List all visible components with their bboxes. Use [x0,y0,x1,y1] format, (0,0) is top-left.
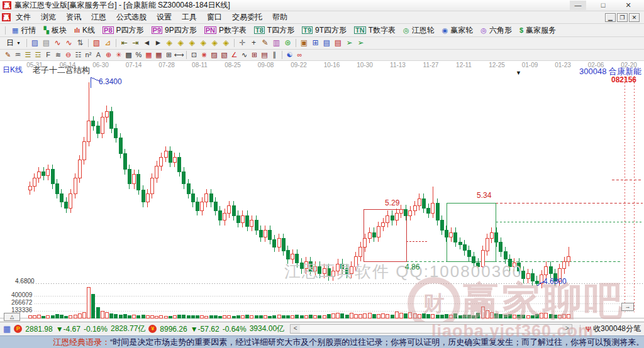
tool-p-square[interactable]: P8P四方形 [99,25,147,36]
green-wheel-icon[interactable]: ⊛ [282,38,293,48]
kx-window-icon[interactable]: ▧ [91,38,102,48]
kline-chart-area[interactable]: 日K线 05-3106-1406-3007-1407-2808-1108-250… [0,61,644,322]
menu-window[interactable]: 窗口 [202,11,227,23]
menu-trade[interactable]: 交易委托 [227,11,267,23]
purple-grid-icon[interactable]: ▥ [271,38,282,48]
circle-cross-icon[interactable]: ⊕ [104,50,113,60]
candle-cursor-icon[interactable]: ⇅ [75,38,86,48]
scroll-right-button[interactable]: → [621,303,634,311]
percent-icon[interactable]: % [134,50,143,60]
next-page-icon[interactable]: ► [153,38,164,48]
parallel-lines-icon[interactable]: ∥ [270,50,279,60]
shade-1-icon[interactable]: ▨ [209,50,219,60]
tool-9p-square[interactable]: P99P四方形 [148,25,200,36]
chart-window-icon[interactable]: ▨ [30,38,40,48]
grid-2-icon[interactable]: ⊞ [250,50,259,60]
add-cross-icon[interactable]: + [248,38,259,48]
table-2-icon[interactable]: ▤ [260,50,269,60]
save-data-icon[interactable]: ▤ [333,38,343,48]
zoom-tool-4-icon[interactable]: ◈ [198,38,209,48]
infinity-icon[interactable]: ∞ [295,50,304,60]
tool-kline[interactable]: ılıK线 [71,25,98,36]
angle-arc-icon[interactable]: ⊖ [64,50,73,60]
zoom-tool-1-icon[interactable]: ◈ [164,38,175,48]
tool-winner-wheel[interactable]: ◉赢家轮 [439,25,477,36]
last-page-icon[interactable]: ⇥ [130,38,141,48]
width-measure-icon[interactable]: ⟷ [174,50,184,60]
taiji-icon[interactable]: ☯ [285,50,294,60]
mdi-minimize-button[interactable]: ▁ [605,13,616,22]
n-squared-icon[interactable]: n² [84,50,93,60]
menu-browse[interactable]: 浏览 [36,11,61,23]
scroll-left-arrow[interactable]: < [291,325,300,333]
zoom-tool-3-icon[interactable]: ◈ [187,38,197,48]
flag-icon[interactable]: ⊿ [103,38,113,48]
tool-p-number-table[interactable]: PNP数字表 [201,25,250,36]
angle-line-icon[interactable]: ∠ [230,50,239,60]
trigram-icon[interactable]: ☷ [74,50,83,60]
zoom-tool-6-icon[interactable]: ◈ [221,38,231,48]
trend-2-icon[interactable]: ∿ [64,38,74,48]
ray-fan-icon[interactable]: ⋇ [199,50,209,60]
a-tool-icon[interactable]: A [94,50,103,60]
shade-2-icon[interactable]: ▧ [219,50,229,60]
mdi-restore-button[interactable]: ❐ [617,13,628,22]
close-button[interactable]: ✕ [620,1,636,10]
menu-tools[interactable]: 工具 [177,11,202,23]
pan-hand-icon[interactable]: ✛ [237,38,248,48]
wave-line-icon[interactable]: ∿ [240,50,249,60]
rect-select-icon[interactable]: ⊡ [189,50,199,60]
p-square-icon: P8 [103,26,113,34]
gann-grid-2-icon[interactable]: ☲ [33,50,43,60]
expand-pane-button[interactable]: △ [4,313,20,321]
gann-line-icon[interactable]: ♒ [13,50,23,60]
gann-box-2-icon[interactable]: ▦ [154,50,164,60]
gann-box-1-icon[interactable]: ▦ [144,50,153,60]
gann-grid-1-icon[interactable]: ☰ [23,50,33,60]
tool-t-number-table[interactable]: TNT数字表 [351,25,399,36]
menu-settings[interactable]: 设置 [152,11,177,23]
export-1-icon[interactable]: ➢ [344,38,355,48]
export-2-icon[interactable]: ➢ [355,38,366,48]
divider [234,39,235,47]
prev-page-icon[interactable]: ◄ [142,38,152,48]
trend-1-icon[interactable]: ∿ [52,38,63,48]
tool-sectors[interactable]: ▚板块 [40,25,69,36]
save-layout-icon[interactable]: ▤ [321,38,332,48]
maximize-button[interactable]: □ [595,1,611,10]
menu-gann[interactable]: 江恩 [86,11,111,23]
zoom-tool-2-icon[interactable]: ◈ [175,38,186,48]
tool-gann-wheel[interactable]: ◎江恩轮 [400,25,438,36]
spiral-icon[interactable]: ≋ [53,50,63,60]
star-burst-icon[interactable]: ✳ [114,50,123,60]
tool-t-square[interactable]: T8T四方形 [251,25,297,36]
mdi-close-button[interactable]: ✕ [629,13,640,22]
menu-help[interactable]: 帮助 [267,11,292,23]
zoom-tool-5-icon[interactable]: ◈ [209,38,220,48]
calculator-icon[interactable]: ⊞ [310,38,321,48]
period-dropdown[interactable]: 日 ▼ [3,38,24,48]
fib-f-icon[interactable]: F [43,50,53,60]
tool-winner-service[interactable]: $赢家服务 [516,25,559,36]
sz-index-change: ▼-57.62 [191,325,219,334]
tool-9t-square[interactable]: T99T四方形 [299,25,350,36]
minimize-button[interactable]: — [570,1,586,10]
scroll-right-arrow[interactable]: > [562,325,572,333]
feed-status[interactable]: Ψ 收300048分笔 [586,324,641,334]
hatch-box-icon[interactable]: ▩ [124,50,133,60]
first-page-icon[interactable]: ⇤ [119,38,130,48]
tool-market-quotes[interactable]: ▦行情 [9,25,39,36]
range-box-icon[interactable]: ⊞ [164,50,174,60]
pen-select-icon[interactable]: ✎ [260,38,270,48]
menu-file[interactable]: 文件 [11,11,36,23]
pencil-icon[interactable]: ✎ [3,50,13,60]
horizontal-scrollbar[interactable]: < > [290,324,572,334]
clipboard-icon[interactable]: ▤ [41,38,52,48]
sz-index-value: 8996.26 [160,325,187,334]
menu-news[interactable]: 资讯 [61,11,86,23]
grid-icon[interactable]: ▦ [3,324,11,334]
menu-formula-picker[interactable]: 公式选股 [111,11,152,23]
tool-hexagon[interactable]: ◎六角形 [477,25,515,36]
scroll-track[interactable] [300,325,562,333]
calendar-icon[interactable]: ▣ [299,38,309,48]
